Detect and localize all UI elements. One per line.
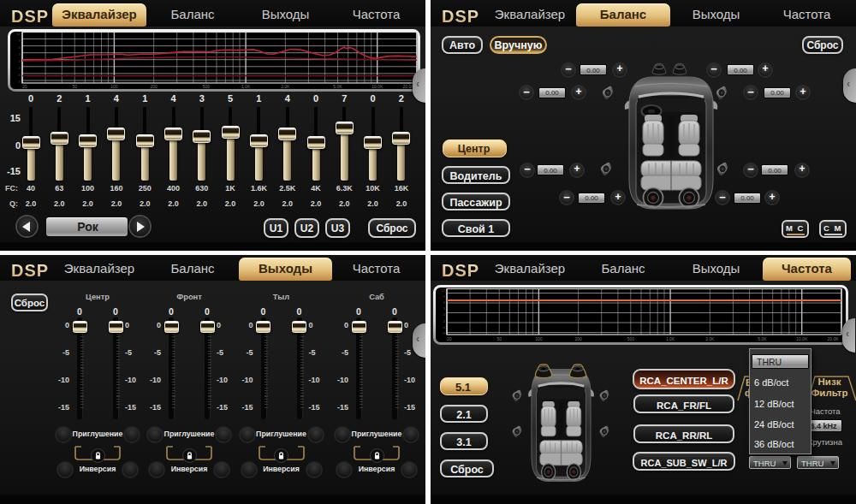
svg-text:500: 500 — [627, 336, 635, 341]
svg-text:10.0K: 10.0K — [372, 84, 383, 89]
svg-text:200: 200 — [575, 336, 583, 341]
svg-text:5.0K: 5.0K — [333, 84, 342, 89]
svg-text:20.0K: 20.0K — [828, 336, 840, 341]
svg-text:10.0K: 10.0K — [796, 336, 808, 341]
svg-text:2.0K: 2.0K — [281, 84, 290, 89]
svg-text:5.0K: 5.0K — [758, 336, 767, 341]
svg-text:50: 50 — [72, 84, 77, 89]
svg-text:100: 100 — [110, 84, 118, 89]
svg-text:100: 100 — [535, 336, 543, 341]
svg-text:500: 500 — [203, 84, 211, 89]
svg-text:2.0K: 2.0K — [705, 336, 715, 341]
svg-text:12: 12 — [442, 288, 446, 293]
svg-text:20: 20 — [447, 336, 452, 341]
svg-text:12: 12 — [17, 32, 21, 36]
svg-text:200: 200 — [151, 84, 158, 89]
svg-text:50: 50 — [496, 336, 502, 341]
svg-text:1.0K: 1.0K — [241, 84, 251, 89]
svg-text:20: 20 — [22, 84, 27, 89]
svg-text:1.0K: 1.0K — [666, 336, 675, 341]
